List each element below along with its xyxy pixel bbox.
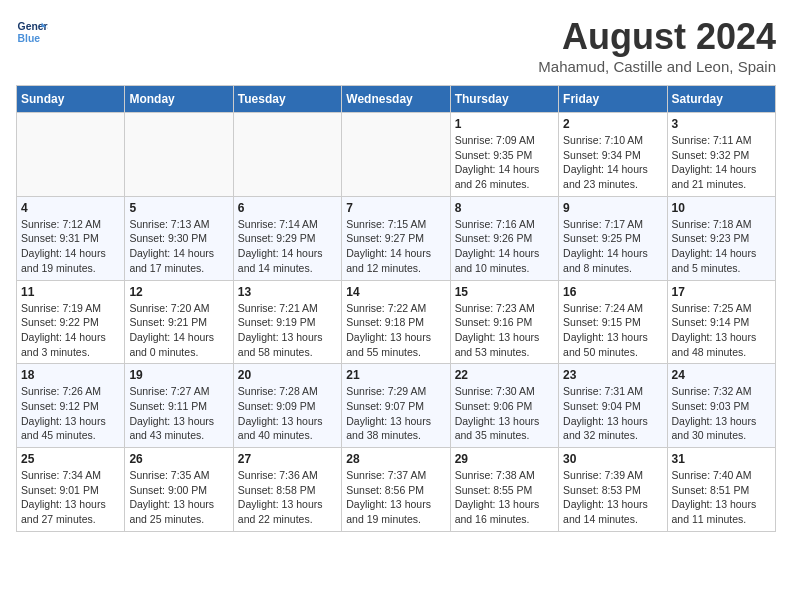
- day-number: 13: [238, 285, 337, 299]
- calendar-cell: 21Sunrise: 7:29 AMSunset: 9:07 PMDayligh…: [342, 364, 450, 448]
- day-info: Sunrise: 7:12 AMSunset: 9:31 PMDaylight:…: [21, 217, 120, 276]
- day-info: Sunrise: 7:29 AMSunset: 9:07 PMDaylight:…: [346, 384, 445, 443]
- day-info: Sunrise: 7:16 AMSunset: 9:26 PMDaylight:…: [455, 217, 554, 276]
- day-info: Sunrise: 7:27 AMSunset: 9:11 PMDaylight:…: [129, 384, 228, 443]
- logo-icon: General Blue: [16, 16, 48, 48]
- day-number: 19: [129, 368, 228, 382]
- calendar-cell: 6Sunrise: 7:14 AMSunset: 9:29 PMDaylight…: [233, 196, 341, 280]
- day-info: Sunrise: 7:21 AMSunset: 9:19 PMDaylight:…: [238, 301, 337, 360]
- calendar-cell: 31Sunrise: 7:40 AMSunset: 8:51 PMDayligh…: [667, 448, 775, 532]
- calendar-cell: 16Sunrise: 7:24 AMSunset: 9:15 PMDayligh…: [559, 280, 667, 364]
- day-number: 23: [563, 368, 662, 382]
- day-info: Sunrise: 7:40 AMSunset: 8:51 PMDaylight:…: [672, 468, 771, 527]
- weekday-header: Wednesday: [342, 86, 450, 113]
- day-number: 10: [672, 201, 771, 215]
- day-info: Sunrise: 7:38 AMSunset: 8:55 PMDaylight:…: [455, 468, 554, 527]
- day-number: 31: [672, 452, 771, 466]
- weekday-header: Sunday: [17, 86, 125, 113]
- day-info: Sunrise: 7:15 AMSunset: 9:27 PMDaylight:…: [346, 217, 445, 276]
- day-number: 3: [672, 117, 771, 131]
- day-number: 6: [238, 201, 337, 215]
- day-info: Sunrise: 7:19 AMSunset: 9:22 PMDaylight:…: [21, 301, 120, 360]
- calendar-cell: 27Sunrise: 7:36 AMSunset: 8:58 PMDayligh…: [233, 448, 341, 532]
- calendar-cell: 28Sunrise: 7:37 AMSunset: 8:56 PMDayligh…: [342, 448, 450, 532]
- calendar-cell: 24Sunrise: 7:32 AMSunset: 9:03 PMDayligh…: [667, 364, 775, 448]
- day-number: 12: [129, 285, 228, 299]
- day-number: 15: [455, 285, 554, 299]
- day-number: 5: [129, 201, 228, 215]
- day-info: Sunrise: 7:35 AMSunset: 9:00 PMDaylight:…: [129, 468, 228, 527]
- day-info: Sunrise: 7:14 AMSunset: 9:29 PMDaylight:…: [238, 217, 337, 276]
- calendar-cell: 3Sunrise: 7:11 AMSunset: 9:32 PMDaylight…: [667, 113, 775, 197]
- calendar-cell: [233, 113, 341, 197]
- weekday-header-row: SundayMondayTuesdayWednesdayThursdayFrid…: [17, 86, 776, 113]
- day-info: Sunrise: 7:18 AMSunset: 9:23 PMDaylight:…: [672, 217, 771, 276]
- day-number: 1: [455, 117, 554, 131]
- calendar-cell: 29Sunrise: 7:38 AMSunset: 8:55 PMDayligh…: [450, 448, 558, 532]
- calendar-cell: 19Sunrise: 7:27 AMSunset: 9:11 PMDayligh…: [125, 364, 233, 448]
- calendar-cell: 15Sunrise: 7:23 AMSunset: 9:16 PMDayligh…: [450, 280, 558, 364]
- day-info: Sunrise: 7:31 AMSunset: 9:04 PMDaylight:…: [563, 384, 662, 443]
- day-number: 17: [672, 285, 771, 299]
- day-info: Sunrise: 7:39 AMSunset: 8:53 PMDaylight:…: [563, 468, 662, 527]
- main-title: August 2024: [538, 16, 776, 58]
- day-info: Sunrise: 7:24 AMSunset: 9:15 PMDaylight:…: [563, 301, 662, 360]
- day-info: Sunrise: 7:10 AMSunset: 9:34 PMDaylight:…: [563, 133, 662, 192]
- weekday-header: Tuesday: [233, 86, 341, 113]
- calendar-cell: 9Sunrise: 7:17 AMSunset: 9:25 PMDaylight…: [559, 196, 667, 280]
- calendar-cell: 11Sunrise: 7:19 AMSunset: 9:22 PMDayligh…: [17, 280, 125, 364]
- calendar-cell: 20Sunrise: 7:28 AMSunset: 9:09 PMDayligh…: [233, 364, 341, 448]
- day-number: 27: [238, 452, 337, 466]
- calendar-week-row: 25Sunrise: 7:34 AMSunset: 9:01 PMDayligh…: [17, 448, 776, 532]
- day-number: 18: [21, 368, 120, 382]
- calendar-week-row: 1Sunrise: 7:09 AMSunset: 9:35 PMDaylight…: [17, 113, 776, 197]
- page-header: General Blue August 2024 Mahamud, Castil…: [16, 16, 776, 75]
- day-number: 30: [563, 452, 662, 466]
- day-number: 29: [455, 452, 554, 466]
- day-info: Sunrise: 7:20 AMSunset: 9:21 PMDaylight:…: [129, 301, 228, 360]
- calendar-cell: 22Sunrise: 7:30 AMSunset: 9:06 PMDayligh…: [450, 364, 558, 448]
- calendar-week-row: 4Sunrise: 7:12 AMSunset: 9:31 PMDaylight…: [17, 196, 776, 280]
- calendar-week-row: 11Sunrise: 7:19 AMSunset: 9:22 PMDayligh…: [17, 280, 776, 364]
- calendar-cell: 17Sunrise: 7:25 AMSunset: 9:14 PMDayligh…: [667, 280, 775, 364]
- weekday-header: Saturday: [667, 86, 775, 113]
- day-number: 20: [238, 368, 337, 382]
- day-number: 26: [129, 452, 228, 466]
- day-number: 24: [672, 368, 771, 382]
- day-info: Sunrise: 7:28 AMSunset: 9:09 PMDaylight:…: [238, 384, 337, 443]
- day-number: 14: [346, 285, 445, 299]
- day-info: Sunrise: 7:30 AMSunset: 9:06 PMDaylight:…: [455, 384, 554, 443]
- weekday-header: Friday: [559, 86, 667, 113]
- day-info: Sunrise: 7:11 AMSunset: 9:32 PMDaylight:…: [672, 133, 771, 192]
- day-info: Sunrise: 7:36 AMSunset: 8:58 PMDaylight:…: [238, 468, 337, 527]
- day-info: Sunrise: 7:32 AMSunset: 9:03 PMDaylight:…: [672, 384, 771, 443]
- day-info: Sunrise: 7:26 AMSunset: 9:12 PMDaylight:…: [21, 384, 120, 443]
- day-info: Sunrise: 7:22 AMSunset: 9:18 PMDaylight:…: [346, 301, 445, 360]
- day-info: Sunrise: 7:37 AMSunset: 8:56 PMDaylight:…: [346, 468, 445, 527]
- day-number: 7: [346, 201, 445, 215]
- calendar-cell: 18Sunrise: 7:26 AMSunset: 9:12 PMDayligh…: [17, 364, 125, 448]
- day-number: 28: [346, 452, 445, 466]
- calendar-cell: 5Sunrise: 7:13 AMSunset: 9:30 PMDaylight…: [125, 196, 233, 280]
- calendar-cell: [342, 113, 450, 197]
- day-info: Sunrise: 7:09 AMSunset: 9:35 PMDaylight:…: [455, 133, 554, 192]
- calendar-cell: 30Sunrise: 7:39 AMSunset: 8:53 PMDayligh…: [559, 448, 667, 532]
- day-number: 21: [346, 368, 445, 382]
- logo: General Blue: [16, 16, 48, 48]
- weekday-header: Thursday: [450, 86, 558, 113]
- calendar-cell: 14Sunrise: 7:22 AMSunset: 9:18 PMDayligh…: [342, 280, 450, 364]
- day-number: 2: [563, 117, 662, 131]
- day-number: 8: [455, 201, 554, 215]
- day-info: Sunrise: 7:17 AMSunset: 9:25 PMDaylight:…: [563, 217, 662, 276]
- svg-text:Blue: Blue: [18, 33, 41, 44]
- day-info: Sunrise: 7:25 AMSunset: 9:14 PMDaylight:…: [672, 301, 771, 360]
- day-number: 11: [21, 285, 120, 299]
- calendar-cell: 12Sunrise: 7:20 AMSunset: 9:21 PMDayligh…: [125, 280, 233, 364]
- day-number: 22: [455, 368, 554, 382]
- weekday-header: Monday: [125, 86, 233, 113]
- day-info: Sunrise: 7:23 AMSunset: 9:16 PMDaylight:…: [455, 301, 554, 360]
- calendar-table: SundayMondayTuesdayWednesdayThursdayFrid…: [16, 85, 776, 532]
- calendar-cell: 25Sunrise: 7:34 AMSunset: 9:01 PMDayligh…: [17, 448, 125, 532]
- calendar-cell: 1Sunrise: 7:09 AMSunset: 9:35 PMDaylight…: [450, 113, 558, 197]
- day-info: Sunrise: 7:34 AMSunset: 9:01 PMDaylight:…: [21, 468, 120, 527]
